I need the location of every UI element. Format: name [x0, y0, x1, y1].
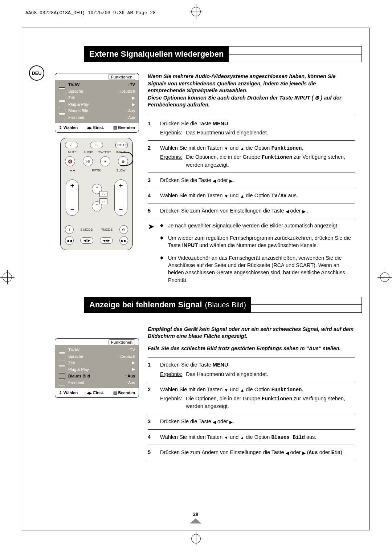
osd-menu-2: Funktionen TV/AVTV SpracheDeutsch Zeit▶ …	[55, 338, 139, 398]
section1-intro: Wenn Sie mehrere Audio-/Videosysteme ang…	[148, 73, 355, 109]
remote-menu-small: ▭	[99, 191, 107, 197]
section2-intro-2: Falls Sie das schlechte Bild trotz gestö…	[148, 345, 355, 352]
page-frame: Externe Signalquellen wiedergeben Funkti…	[22, 28, 369, 530]
remote-ptrk-label: P/TRK	[89, 169, 104, 172]
osd-row: Plug & Play▶	[59, 101, 135, 108]
osd-heading: Funktionen	[55, 73, 139, 80]
osd-row-icon	[59, 82, 65, 88]
step: 2Wählen Sie mit den Tasten ▼ und ▲ die O…	[148, 140, 355, 173]
osd2-heading: Funktionen	[55, 339, 139, 345]
pointer-hand-icon: ➤	[148, 222, 160, 289]
osd-row-icon	[59, 347, 65, 353]
remote-mute-label: MUTE	[65, 150, 79, 154]
section-1: Funktionen TV/AVTV SpracheDeutsch Zeit▶ …	[22, 62, 369, 293]
remote-ff-icon: ▶▶	[119, 236, 128, 245]
osd-row-icon	[59, 114, 65, 120]
osd-foot-adjust: Einst.	[87, 125, 104, 130]
section-2: Funktionen TV/AVTV SpracheDeutsch Zeit▶ …	[22, 313, 369, 461]
remote-audio-label: AUDIO	[81, 150, 96, 154]
osd-row: TV/AVTV	[59, 347, 135, 353]
step: 3Drücken Sie die Taste ◀ oder ▶.	[148, 414, 355, 429]
page-triangle-icon	[190, 518, 201, 523]
remote-vol-up-icon: +	[70, 182, 74, 190]
osd-foot-exit: Beenden	[113, 125, 135, 130]
osd-row-icon	[59, 367, 65, 372]
osd-foot-select: Wählen	[59, 125, 78, 130]
section1-notes: ➤ Je nach gewählter Signalquelle werden …	[148, 219, 355, 293]
osd-row-icon	[59, 360, 65, 366]
remote-audio-icon: I·II	[83, 156, 93, 166]
crop-mark-bottom	[189, 531, 203, 546]
remote-pmode-label: P.MODE	[99, 228, 114, 231]
osd-row-icon	[59, 95, 65, 101]
remote-0-button: 0	[90, 142, 103, 148]
remote-stop-icon: ◀■▶	[100, 237, 113, 244]
osd-row: Frontbed.Aus	[59, 379, 135, 386]
osd-row-icon	[59, 108, 65, 114]
osd-menu-1: Funktionen TV/AVTV SpracheDeutsch Zeit▶ …	[55, 73, 139, 133]
remote-dash-button: -/--	[65, 142, 78, 148]
crop-mark-right	[377, 270, 392, 284]
remote-tvtext-icon: ≡	[100, 156, 110, 166]
step: 1Drücken Sie die Taste MENU.Ergebnis:Das…	[148, 116, 355, 140]
remote-rew-icon: ◀◀	[65, 236, 74, 245]
remote-illustration: -/-- 0 PRE-CH MUTE AUDIO TV/TEXT INPUT 🔇…	[60, 138, 133, 250]
osd-row-icon	[59, 88, 65, 94]
section2-intro-1: Empfängt das Gerät kein Signal oder nur …	[148, 326, 355, 340]
osd-row: Frontbed.Aus	[59, 114, 135, 121]
remote-bot-1-icon: i	[65, 225, 74, 234]
note-item: Um wieder zum regulären Fernsehprogramm …	[160, 234, 355, 249]
step: 4Wählen Sie mit den Tasten ▼ und ▲ die O…	[148, 429, 355, 445]
section-title: Externe Signalquellen wiedergeben	[84, 46, 229, 62]
remote-vol-down-icon: −	[70, 206, 74, 213]
osd-row: Blaues BildAus	[59, 373, 135, 379]
remote-tvtext-label: TV/TEXT	[97, 150, 112, 154]
osd-row: SpracheDeutsch	[59, 88, 135, 94]
remote-ch-down-icon: −	[119, 206, 123, 213]
remote-ch-up-icon: +	[119, 182, 123, 190]
step: 4Wählen Sie mit den Tasten ▼ und ▲ die O…	[148, 188, 355, 203]
remote-channel-rocker: + −	[114, 179, 127, 216]
osd-row-icon	[59, 380, 65, 385]
osd-row: SpracheDeutsch	[59, 353, 135, 360]
crop-mark-top	[189, 4, 203, 19]
osd-row: Zeit▶	[59, 360, 135, 366]
page-number-block: 28	[190, 511, 201, 523]
page-number: 28	[190, 511, 201, 517]
note-item: Je nach gewählter Signalquelle werden di…	[160, 222, 355, 229]
osd2-foot-adjust: Einst.	[87, 391, 104, 395]
section-title-bar: Externe Signalquellen wiedergeben	[84, 46, 362, 62]
remote-smode-label: S.MODE	[79, 228, 94, 231]
osd2-foot-select: Wählen	[59, 391, 78, 395]
osd-row: Blaues BildAus	[59, 108, 135, 114]
step: 1Drücken Sie die Taste MENU.Ergebnis:Das…	[148, 357, 355, 381]
osd-row: Zeit▶	[59, 94, 135, 101]
osd-row-icon	[59, 101, 65, 107]
section2-title: Anzeige bei fehlendem Signal(Blaues Bild…	[84, 297, 251, 312]
print-header: AA68-03228A(C18A_DEU) 10/25/03 9:36 AM P…	[25, 10, 156, 16]
crop-mark-left	[0, 270, 15, 284]
osd-row-icon	[59, 353, 65, 359]
step: 2Wählen Sie mit den Tasten ▼ und ▲ die O…	[148, 382, 355, 414]
osd-row: Plug & Play▶	[59, 366, 135, 373]
note-item: Um Videozubehör an das Fernsehgerät anzu…	[160, 254, 355, 284]
remote-rew-label: ◄◄	[65, 169, 79, 172]
remote-input-label: INPUT	[114, 150, 128, 154]
remote-exit-small: ▭	[99, 198, 107, 204]
remote-play-icon: ◀▯▶	[80, 237, 93, 244]
osd2-foot-exit: Beenden	[113, 391, 135, 395]
section2-title-bar: Anzeige bei fehlendem Signal(Blaues Bild…	[84, 297, 362, 313]
remote-volume-rocker: + −	[66, 179, 79, 216]
remote-input-icon: ⊕	[118, 156, 128, 166]
remote-mute-icon: 🔇	[65, 156, 75, 166]
remote-slow-label: SLOW	[114, 169, 128, 172]
step: 5Drücken Sie zum Ändern von Einstellunge…	[148, 203, 355, 219]
osd-row-icon	[59, 373, 65, 379]
remote-bot-4-icon: ⏲	[119, 225, 128, 234]
step: 5Drücken Sie zum Ändern von Einstellunge…	[148, 445, 355, 460]
remote-prech-button: PRE-CH	[115, 142, 128, 148]
step: 3Drücken Sie die Taste ◀ oder ▶.	[148, 173, 355, 188]
osd-row: TV/AVTV	[59, 81, 135, 88]
